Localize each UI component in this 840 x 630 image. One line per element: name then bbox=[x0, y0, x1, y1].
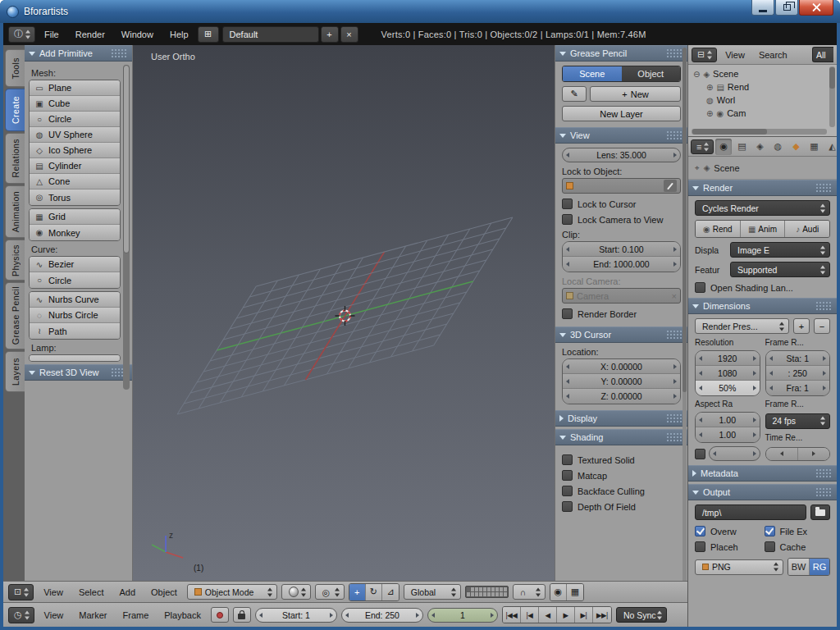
feature-set-selector[interactable]: Supported bbox=[730, 262, 830, 277]
add-ico-sphere-button[interactable]: ◇Ico Sphere bbox=[30, 143, 120, 158]
render-anim-button[interactable]: ▦ bbox=[567, 584, 583, 600]
outliner-menu-view[interactable]: View bbox=[719, 50, 751, 60]
render-panel-header[interactable]: Render bbox=[688, 180, 837, 196]
panel-drag-handle[interactable] bbox=[666, 432, 683, 442]
lock-to-cursor-row[interactable]: Lock to Cursor bbox=[562, 199, 674, 209]
play-button[interactable]: ▶ bbox=[557, 607, 575, 623]
remap-old-slider[interactable] bbox=[709, 446, 760, 461]
placeholders-row[interactable]: Placeh bbox=[695, 541, 761, 552]
sync-mode-selector[interactable]: No Sync bbox=[616, 607, 667, 623]
delete-layout-button[interactable]: × bbox=[340, 26, 358, 43]
add-lamp-button[interactable] bbox=[30, 355, 120, 362]
render-still-button[interactable]: ◉ bbox=[550, 584, 567, 600]
bw-button[interactable]: BW bbox=[788, 559, 810, 575]
panel-drag-handle[interactable] bbox=[666, 413, 683, 423]
remove-preset-button[interactable]: − bbox=[814, 318, 830, 334]
step-down-button[interactable] bbox=[766, 448, 798, 460]
panel-drag-handle[interactable] bbox=[815, 468, 833, 478]
add-circle-button[interactable]: ○Circle bbox=[30, 112, 120, 127]
tab-animation[interactable]: Animation bbox=[5, 185, 25, 238]
clip-end-slider[interactable]: End: 1000.000 bbox=[563, 257, 680, 272]
screen-layout-name-field[interactable]: Default bbox=[222, 26, 319, 43]
next-keyframe-button[interactable]: ▶| bbox=[575, 607, 593, 623]
render-still-button[interactable]: ◉Rend bbox=[696, 221, 741, 237]
panel-drag-handle[interactable] bbox=[111, 48, 128, 58]
frame-end-slider[interactable]: End: 250 bbox=[341, 608, 423, 623]
frame-start-slider[interactable]: Start: 1 bbox=[255, 608, 337, 623]
translate-manipulator-button[interactable]: + bbox=[349, 584, 366, 600]
aspect-x-slider[interactable]: 1.00 bbox=[696, 413, 760, 427]
grease-pencil-panel-header[interactable]: Grease Pencil bbox=[555, 45, 687, 62]
menu-window[interactable]: Window bbox=[114, 26, 161, 43]
lock-button[interactable] bbox=[233, 607, 251, 623]
add-torus-button[interactable]: ◎Torus bbox=[30, 189, 120, 205]
tab-layers[interactable]: Layers bbox=[5, 351, 25, 392]
world-tab[interactable]: ◍ bbox=[769, 139, 786, 155]
pin-icon[interactable]: ⌖ bbox=[695, 163, 700, 173]
jump-to-end-button[interactable]: ▶▶| bbox=[593, 607, 611, 623]
play-reverse-button[interactable]: ◀ bbox=[539, 607, 557, 623]
output-path-field[interactable]: /tmp\ bbox=[695, 504, 806, 520]
add-cone-button[interactable]: △Cone bbox=[30, 174, 120, 189]
outliner-horizontal-scrollbar[interactable] bbox=[692, 129, 827, 135]
add-layout-button[interactable]: + bbox=[321, 26, 339, 43]
display-panel-header[interactable]: Display bbox=[555, 410, 687, 427]
outliner-item-render-layers[interactable]: ⊕ ▤ Rend bbox=[693, 80, 825, 94]
frame-current-slider[interactable]: Fra: 1 bbox=[766, 381, 830, 395]
add-curve-circle-button[interactable]: ○Circle bbox=[30, 272, 120, 288]
viewport-shading-selector[interactable] bbox=[281, 584, 311, 600]
previous-keyframe-button[interactable]: |◀ bbox=[521, 607, 539, 623]
panel-drag-handle[interactable] bbox=[815, 487, 833, 497]
outliner-vertical-scrollbar[interactable] bbox=[829, 66, 835, 127]
lock-camera-row[interactable]: Lock Camera to View bbox=[562, 214, 674, 225]
frame-start-slider[interactable]: Sta: 1 bbox=[766, 351, 830, 366]
scale-manipulator-button[interactable]: ⊿ bbox=[382, 584, 399, 600]
clip-start-slider[interactable]: Start: 0.100 bbox=[563, 242, 680, 257]
textured-solid-row[interactable]: Textured Solid bbox=[562, 454, 674, 465]
output-panel-header[interactable]: Output bbox=[688, 484, 837, 500]
orientation-selector[interactable]: Global bbox=[404, 584, 461, 600]
render-border-row[interactable]: Render Border bbox=[562, 308, 674, 319]
display-mode-selector[interactable]: Image E bbox=[730, 242, 830, 258]
cache-result-row[interactable]: Cache bbox=[765, 541, 831, 552]
outliner-filter-selector[interactable]: All bbox=[812, 47, 833, 62]
screen-layout-selector[interactable]: ⊞ bbox=[198, 26, 219, 43]
outliner-editor-selector[interactable]: ⊟ bbox=[692, 48, 717, 62]
add-cube-button[interactable]: ▣Cube bbox=[30, 96, 120, 112]
border-checkbox[interactable] bbox=[695, 449, 705, 459]
dimensions-panel-header[interactable]: Dimensions bbox=[688, 298, 837, 314]
add-primitive-panel-header[interactable]: Add Primitive bbox=[25, 45, 132, 62]
add-uv-sphere-button[interactable]: ◍UV Sphere bbox=[30, 127, 120, 143]
aspect-y-slider[interactable]: 1.00 bbox=[696, 427, 760, 442]
pivot-point-selector[interactable]: ◎ bbox=[315, 584, 345, 600]
properties-editor-selector[interactable]: ≡ bbox=[691, 139, 714, 154]
panel-drag-handle[interactable] bbox=[815, 301, 833, 311]
titlebar[interactable]: Bforartists bbox=[0, 0, 840, 23]
outliner-item-world[interactable]: ◍ Worl bbox=[693, 94, 825, 107]
matcap-row[interactable]: Matcap bbox=[562, 470, 674, 481]
add-plane-button[interactable]: ▭Plane bbox=[30, 80, 120, 96]
clear-icon[interactable]: × bbox=[672, 291, 677, 301]
info-editor-selector[interactable]: ⓘ bbox=[8, 26, 35, 43]
maximize-button[interactable] bbox=[775, 0, 798, 16]
gp-new-layer-button[interactable]: New Layer bbox=[562, 106, 681, 121]
add-nurbs-circle-button[interactable]: ◌Nurbs Circle bbox=[30, 308, 120, 323]
outliner-item-camera[interactable]: ⊕ ◉ Cam bbox=[693, 107, 825, 120]
jump-to-start-button[interactable]: |◀◀ bbox=[503, 607, 521, 623]
render-preset-selector[interactable]: Render Pres... bbox=[695, 318, 789, 334]
cursor-x-slider[interactable]: X: 0.00000 bbox=[563, 359, 680, 374]
frame-end-slider[interactable]: : 250 bbox=[766, 366, 830, 381]
timeline-editor-selector[interactable]: ◷ bbox=[8, 607, 34, 623]
snap-selector[interactable]: ∩ bbox=[513, 584, 546, 600]
timeline-menu-frame[interactable]: Frame bbox=[117, 610, 155, 620]
n-panel-scrollbar[interactable] bbox=[682, 48, 687, 581]
render-tab[interactable]: ◉ bbox=[715, 139, 732, 155]
render-audio-button[interactable]: ♪Audi bbox=[785, 221, 829, 237]
panel-drag-handle[interactable] bbox=[666, 330, 683, 340]
metadata-panel-header[interactable]: Metadata bbox=[688, 465, 837, 482]
tool-shelf-scrollbar[interactable] bbox=[123, 65, 130, 390]
file-extensions-row[interactable]: File Ex bbox=[765, 526, 831, 536]
shading-panel-header[interactable]: Shading bbox=[555, 429, 687, 445]
gp-draw-mode-button[interactable]: ✎ bbox=[562, 86, 587, 102]
tab-physics[interactable]: Physics bbox=[5, 240, 25, 281]
